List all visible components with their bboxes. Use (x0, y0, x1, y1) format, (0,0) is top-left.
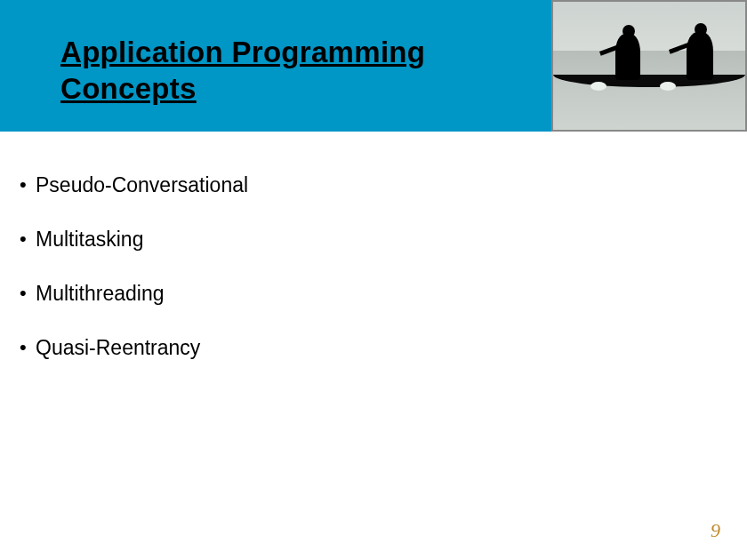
bullet-text: Multitasking (36, 228, 143, 251)
image-water (553, 51, 745, 132)
page-number: 9 (711, 519, 720, 542)
header-image (551, 0, 747, 132)
list-item: Multitasking (20, 228, 695, 252)
list-item: Quasi-Reentrancy (20, 336, 695, 360)
slide-title: Application Programming Concepts (60, 34, 551, 108)
image-rower-1-head (622, 25, 635, 37)
image-splash-1 (590, 82, 606, 91)
bullet-text: Quasi-Reentrancy (36, 336, 200, 359)
image-rower-1 (615, 34, 640, 80)
image-rower-2 (687, 32, 713, 80)
list-item: Pseudo-Conversational (20, 173, 695, 197)
header-bar: Application Programming Concepts (0, 0, 747, 132)
image-sky (553, 2, 745, 51)
header-left: Application Programming Concepts (0, 0, 551, 132)
list-item: Multithreading (20, 282, 695, 306)
bullet-text: Multithreading (36, 282, 164, 305)
image-splash-2 (660, 82, 676, 91)
content-area: Pseudo-Conversational Multitasking Multi… (20, 173, 695, 390)
image-rower-2-head (695, 23, 707, 36)
bullet-text: Pseudo-Conversational (36, 173, 248, 196)
bullet-list: Pseudo-Conversational Multitasking Multi… (20, 173, 695, 360)
slide: Application Programming Concepts Pseudo-… (0, 0, 747, 560)
